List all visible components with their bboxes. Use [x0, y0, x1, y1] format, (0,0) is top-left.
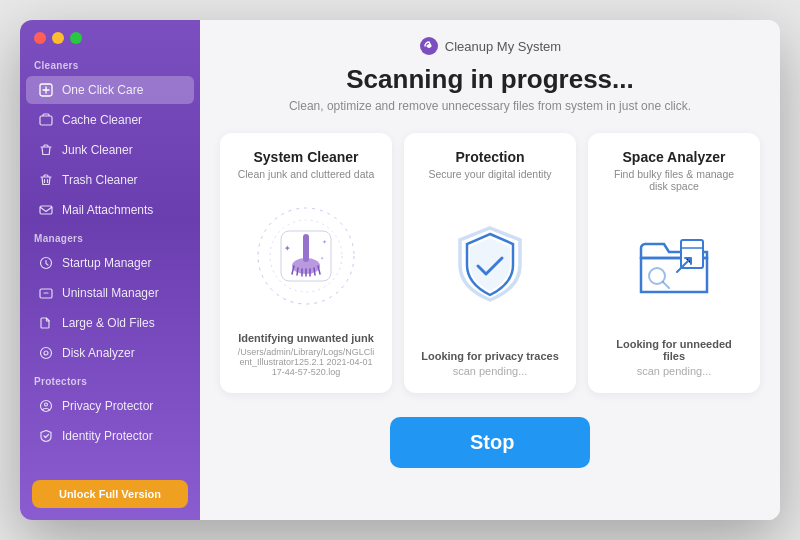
- sidebar-item-disk-analyzer-label: Disk Analyzer: [62, 346, 135, 360]
- sidebar-item-junk-cleaner-label: Junk Cleaner: [62, 143, 133, 157]
- disk-analyzer-icon: [38, 345, 54, 361]
- protection-card: Protection Secure your digital identity: [404, 133, 576, 393]
- protection-subtitle: Secure your digital identity: [428, 168, 551, 180]
- stop-btn-container: Stop: [200, 403, 780, 484]
- identity-protector-icon: [38, 428, 54, 444]
- sidebar-item-uninstall-manager-label: Uninstall Manager: [62, 286, 159, 300]
- privacy-protector-icon: [38, 398, 54, 414]
- cards-container: System Cleaner Clean junk and cluttered …: [200, 123, 780, 403]
- sidebar-item-trash-cleaner-label: Trash Cleaner: [62, 173, 138, 187]
- protection-pending: scan pending...: [453, 365, 528, 377]
- system-cleaner-file: /Users/admin/Library/Logs/NGLClient_Illu…: [236, 347, 376, 377]
- svg-line-21: [314, 268, 315, 275]
- one-click-care-icon: [38, 82, 54, 98]
- app-icon: [419, 36, 439, 56]
- space-analyzer-illustration: [629, 202, 719, 328]
- junk-cleaner-icon: [38, 142, 54, 158]
- main-content: Cleanup My System Scanning in progress..…: [200, 20, 780, 520]
- sidebar-item-uninstall-manager[interactable]: Uninstall Manager: [26, 279, 194, 307]
- sidebar-item-startup-manager-label: Startup Manager: [62, 256, 151, 270]
- svg-text:✦: ✦: [322, 239, 327, 245]
- space-analyzer-pending: scan pending...: [637, 365, 712, 377]
- section-protectors-label: Protectors: [20, 368, 200, 391]
- svg-rect-14: [303, 234, 309, 262]
- app-window: Cleaners One Click Care Cache Cleaner: [20, 20, 780, 520]
- sidebar-item-large-old-files-label: Large & Old Files: [62, 316, 155, 330]
- trash-cleaner-icon: [38, 172, 54, 188]
- sidebar-item-mail-attachments-label: Mail Attachments: [62, 203, 153, 217]
- maximize-button[interactable]: [70, 32, 82, 44]
- svg-text:✦: ✦: [320, 255, 324, 261]
- space-analyzer-card: Space Analyzer Find bulky files & manage…: [588, 133, 760, 393]
- sidebar-item-one-click-care-label: One Click Care: [62, 83, 143, 97]
- sidebar-item-cache-cleaner-label: Cache Cleaner: [62, 113, 142, 127]
- sidebar-item-large-old-files[interactable]: Large & Old Files: [26, 309, 194, 337]
- sidebar-item-cache-cleaner[interactable]: Cache Cleaner: [26, 106, 194, 134]
- system-cleaner-illustration: ✦ ✦ ✦: [251, 190, 361, 322]
- unlock-full-version-button[interactable]: Unlock Full Version: [32, 480, 188, 508]
- sidebar-item-startup-manager[interactable]: Startup Manager: [26, 249, 194, 277]
- sidebar-item-identity-protector[interactable]: Identity Protector: [26, 422, 194, 450]
- stop-button[interactable]: Stop: [390, 417, 590, 468]
- minimize-button[interactable]: [52, 32, 64, 44]
- sidebar-item-disk-analyzer[interactable]: Disk Analyzer: [26, 339, 194, 367]
- space-analyzer-title: Space Analyzer: [623, 149, 726, 165]
- sidebar-item-mail-attachments[interactable]: Mail Attachments: [26, 196, 194, 224]
- svg-point-5: [41, 348, 52, 359]
- sidebar-item-trash-cleaner[interactable]: Trash Cleaner: [26, 166, 194, 194]
- traffic-lights: [20, 20, 200, 52]
- protection-illustration: [445, 190, 535, 340]
- sidebar-item-one-click-care[interactable]: One Click Care: [26, 76, 194, 104]
- svg-rect-1: [40, 116, 52, 125]
- large-old-files-icon: [38, 315, 54, 331]
- startup-manager-icon: [38, 255, 54, 271]
- system-cleaner-subtitle: Clean junk and cluttered data: [238, 168, 375, 180]
- space-analyzer-status: Looking for unneeded files: [604, 338, 744, 362]
- main-header: Cleanup My System Scanning in progress..…: [200, 20, 780, 123]
- system-cleaner-card: System Cleaner Clean junk and cluttered …: [220, 133, 392, 393]
- svg-point-10: [427, 44, 431, 48]
- sidebar: Cleaners One Click Care Cache Cleaner: [20, 20, 200, 520]
- sidebar-item-privacy-protector[interactable]: Privacy Protector: [26, 392, 194, 420]
- scan-title: Scanning in progress...: [220, 64, 760, 95]
- close-button[interactable]: [34, 32, 46, 44]
- protection-title: Protection: [455, 149, 524, 165]
- section-cleaners-label: Cleaners: [20, 52, 200, 75]
- sidebar-item-junk-cleaner[interactable]: Junk Cleaner: [26, 136, 194, 164]
- protection-status: Looking for privacy traces: [421, 350, 559, 362]
- svg-point-6: [44, 351, 48, 355]
- cache-cleaner-icon: [38, 112, 54, 128]
- uninstall-manager-icon: [38, 285, 54, 301]
- app-title: Cleanup My System: [445, 39, 561, 54]
- sidebar-item-privacy-protector-label: Privacy Protector: [62, 399, 153, 413]
- svg-line-28: [663, 282, 669, 288]
- svg-line-17: [297, 268, 298, 275]
- sidebar-spacer: [20, 451, 200, 468]
- sidebar-item-identity-protector-label: Identity Protector: [62, 429, 153, 443]
- svg-text:✦: ✦: [284, 244, 291, 253]
- system-cleaner-title: System Cleaner: [253, 149, 358, 165]
- section-managers-label: Managers: [20, 225, 200, 248]
- svg-point-8: [45, 403, 48, 406]
- scan-subtitle: Clean, optimize and remove unnecessary f…: [220, 99, 760, 113]
- space-analyzer-subtitle: Find bulky files & manage disk space: [604, 168, 744, 192]
- svg-rect-2: [40, 206, 52, 214]
- app-title-bar: Cleanup My System: [220, 36, 760, 56]
- system-cleaner-status: Identifying unwanted junk: [238, 332, 374, 344]
- mail-attachments-icon: [38, 202, 54, 218]
